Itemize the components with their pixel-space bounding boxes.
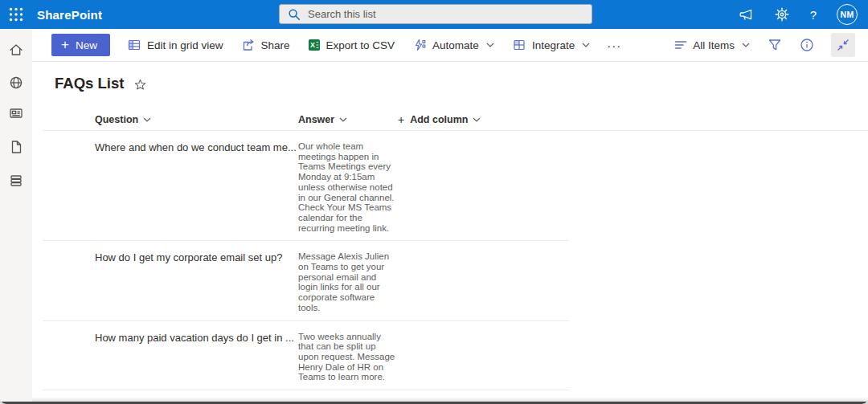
globe-icon: [8, 75, 24, 91]
table-row[interactable]: How do I get my corporate email set up? …: [43, 241, 569, 320]
star-icon: [134, 79, 146, 91]
automate-label: Automate: [432, 39, 479, 51]
integrate-icon: [512, 38, 526, 52]
app-title[interactable]: SharePoint: [37, 8, 102, 22]
question-cell[interactable]: How do I get my corporate email set up?: [95, 251, 298, 312]
answer-cell[interactable]: Message Alexis Julien on Teams to get yo…: [298, 251, 395, 312]
integrate-menu-button[interactable]: Integrate: [503, 29, 599, 61]
page-header: FAQs List: [32, 62, 868, 94]
question-cell[interactable]: Where and when do we conduct team me...: [95, 141, 298, 233]
avatar[interactable]: NM: [837, 4, 858, 25]
chevron-down-icon: [582, 43, 590, 47]
view-lines-icon: [674, 39, 687, 51]
page-icon: [9, 140, 23, 154]
filter-button[interactable]: [759, 38, 791, 52]
details-info-button[interactable]: [791, 38, 823, 52]
search-icon: [288, 8, 301, 21]
answer-cell[interactable]: Two weeks annually that can be split up …: [298, 332, 395, 383]
automate-menu-button[interactable]: Automate: [403, 29, 503, 61]
chevron-down-icon: [339, 117, 347, 122]
add-column-label: Add column: [410, 114, 468, 125]
chevron-down-icon: [473, 117, 481, 122]
news-icon: [8, 105, 24, 121]
sharepoint-window: SharePoint: [0, 0, 868, 404]
new-button[interactable]: + New: [51, 34, 110, 56]
chevron-down-icon: [742, 43, 750, 47]
table-body: Where and when do we conduct team me... …: [32, 131, 868, 390]
waffle-icon: [9, 7, 23, 22]
plus-icon: +: [61, 38, 69, 51]
sidebar-item-pages[interactable]: [0, 133, 32, 161]
help-icon: ?: [810, 8, 817, 22]
left-rail: [0, 29, 32, 402]
search-box[interactable]: [279, 4, 592, 24]
add-column-button[interactable]: + Add column: [398, 113, 481, 126]
page-title: FAQs List: [55, 75, 124, 92]
export-to-csv-label: Export to CSV: [326, 39, 395, 51]
automate-flow-icon: [412, 38, 427, 52]
column-header-answer-label: Answer: [298, 114, 334, 125]
question-cell[interactable]: How many paid vacation days do I get in …: [95, 332, 298, 383]
chevron-down-icon: [486, 43, 494, 47]
suite-bar: SharePoint: [0, 0, 868, 29]
exit-fullscreen-button[interactable]: [831, 33, 855, 57]
new-button-label: New: [76, 39, 97, 51]
app-launcher-button[interactable]: [0, 0, 32, 29]
suite-bar-actions: ? NM: [738, 0, 868, 29]
settings-button[interactable]: [774, 6, 790, 22]
collapse-icon: [836, 38, 850, 52]
answer-cell[interactable]: Our whole team meetings happen in Teams …: [298, 141, 395, 233]
share-icon: [241, 38, 256, 52]
filter-funnel-icon: [768, 38, 782, 52]
edit-in-grid-view-button[interactable]: Edit in grid view: [118, 29, 232, 61]
excel-icon: X: [308, 39, 321, 51]
edit-in-grid-view-label: Edit in grid view: [147, 39, 223, 51]
search-input[interactable]: [308, 8, 583, 20]
home-icon: [8, 42, 24, 58]
share-button[interactable]: Share: [232, 29, 299, 61]
export-to-csv-button[interactable]: X Export to CSV: [299, 29, 404, 61]
sidebar-item-news[interactable]: [0, 100, 32, 127]
sidebar-item-library[interactable]: [0, 167, 32, 194]
share-label: Share: [261, 39, 290, 51]
list-view: FAQs List Question Answer +: [32, 62, 868, 402]
favorite-button[interactable]: [134, 79, 146, 91]
grid-icon: [127, 38, 141, 52]
gear-icon: [774, 6, 790, 22]
library-icon: [8, 173, 24, 189]
svg-text:X: X: [310, 41, 315, 49]
more-commands-button[interactable]: ···: [599, 39, 629, 52]
megaphone-icon: [738, 6, 754, 22]
announcements-button[interactable]: [738, 6, 754, 22]
column-header-question[interactable]: Question: [95, 114, 151, 125]
sidebar-item-home[interactable]: [0, 36, 32, 63]
view-selector-label: All Items: [693, 39, 735, 51]
view-selector-button[interactable]: All Items: [665, 39, 759, 51]
table-row[interactable]: How many paid vacation days do I get in …: [43, 321, 569, 391]
column-header-question-label: Question: [95, 114, 138, 125]
command-bar: + New Edit in grid view Share X E: [32, 29, 868, 62]
integrate-label: Integrate: [532, 39, 575, 51]
plus-icon: +: [398, 113, 404, 126]
help-button[interactable]: ?: [810, 8, 817, 22]
column-header-answer[interactable]: Answer: [298, 114, 347, 125]
info-icon: [800, 38, 814, 52]
sidebar-item-sites[interactable]: [0, 69, 32, 96]
chevron-down-icon: [143, 117, 151, 122]
table-header: Question Answer + Add column: [43, 108, 868, 131]
table-row[interactable]: Where and when do we conduct team me... …: [43, 131, 569, 241]
command-bar-right: All Items: [665, 33, 868, 57]
